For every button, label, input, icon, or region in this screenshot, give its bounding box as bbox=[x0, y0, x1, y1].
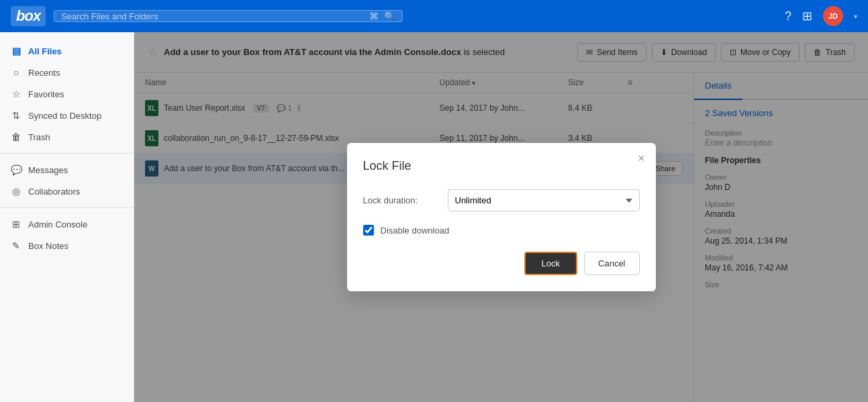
sidebar-item-label: Admin Console bbox=[28, 219, 87, 230]
search-input[interactable] bbox=[61, 11, 364, 21]
duration-select[interactable]: Unlimited1 Day3 Days1 Week bbox=[448, 189, 640, 211]
help-icon[interactable]: ? bbox=[785, 9, 791, 23]
sidebar-item-messages[interactable]: 💬 Messages bbox=[0, 159, 134, 181]
sync-icon: ⇅ bbox=[11, 110, 21, 121]
search-submit-icon[interactable]: 🔍 bbox=[384, 11, 395, 21]
search-icon: ⌘ bbox=[369, 11, 379, 21]
sidebar-item-label: Box Notes bbox=[28, 241, 68, 251]
lock-button[interactable]: Lock bbox=[524, 252, 577, 275]
sidebar-item-synced[interactable]: ⇅ Synced to Desktop bbox=[0, 105, 134, 126]
disable-download-label: Disable download bbox=[381, 225, 450, 236]
disable-download-row: Disable download bbox=[363, 225, 640, 236]
box-logo: box bbox=[11, 6, 46, 26]
sidebar-item-collaborators[interactable]: ◎ Collaborators bbox=[0, 181, 134, 202]
sidebar-item-label: Favorites bbox=[28, 89, 64, 99]
modal-overlay: Lock File × Lock duration: Unlimited1 Da… bbox=[134, 32, 868, 402]
nav-right: ? ⊞ JD ▾ bbox=[785, 6, 857, 26]
boxnotes-icon: ✎ bbox=[11, 240, 21, 251]
modal-close-button[interactable]: × bbox=[638, 152, 645, 164]
sidebar-item-label: Recents bbox=[28, 68, 60, 78]
layout-icon[interactable]: ⊞ bbox=[802, 9, 812, 23]
sidebar-item-label: All Files bbox=[28, 46, 62, 56]
sidebar-item-all-files[interactable]: ▤ All Files bbox=[0, 40, 134, 62]
modal-actions: Lock Cancel bbox=[363, 252, 640, 275]
cancel-button[interactable]: Cancel bbox=[584, 252, 639, 275]
all-files-icon: ▤ bbox=[11, 46, 21, 56]
sidebar-item-label: Messages bbox=[28, 165, 68, 175]
sidebar-divider bbox=[0, 153, 134, 154]
layout: ▤ All Files ○ Recents ☆ Favorites ⇅ Sync… bbox=[0, 32, 868, 402]
sidebar-item-label: Trash bbox=[28, 132, 50, 142]
avatar-caret-icon[interactable]: ▾ bbox=[854, 13, 857, 20]
sidebar-item-admin[interactable]: ⊞ Admin Console bbox=[0, 213, 134, 235]
duration-label: Lock duration: bbox=[363, 195, 437, 205]
trash-icon: 🗑 bbox=[11, 132, 21, 142]
top-nav: box ⌘ 🔍 ? ⊞ JD ▾ bbox=[0, 0, 868, 32]
sidebar: ▤ All Files ○ Recents ☆ Favorites ⇅ Sync… bbox=[0, 32, 134, 402]
main-content: ☆ Add a user to your Box from AT&T accou… bbox=[134, 32, 868, 402]
favorites-icon: ☆ bbox=[11, 89, 21, 99]
lock-file-modal: Lock File × Lock duration: Unlimited1 Da… bbox=[347, 143, 656, 291]
sidebar-item-favorites[interactable]: ☆ Favorites bbox=[0, 83, 134, 105]
sidebar-item-trash[interactable]: 🗑 Trash bbox=[0, 126, 134, 148]
disable-download-checkbox[interactable] bbox=[363, 225, 374, 236]
sidebar-item-label: Collaborators bbox=[28, 187, 80, 197]
sidebar-divider-2 bbox=[0, 207, 134, 208]
sidebar-item-recents[interactable]: ○ Recents bbox=[0, 62, 134, 83]
sidebar-item-label: Synced to Desktop bbox=[28, 111, 101, 121]
recents-icon: ○ bbox=[11, 67, 21, 78]
avatar[interactable]: JD bbox=[823, 6, 843, 26]
messages-icon: 💬 bbox=[11, 164, 21, 175]
search-bar: ⌘ 🔍 bbox=[54, 10, 403, 22]
collaborators-icon: ◎ bbox=[11, 186, 21, 197]
admin-icon: ⊞ bbox=[11, 219, 21, 230]
modal-title: Lock File bbox=[363, 159, 640, 173]
duration-field: Lock duration: Unlimited1 Day3 Days1 Wee… bbox=[363, 189, 640, 211]
sidebar-item-boxnotes[interactable]: ✎ Box Notes bbox=[0, 235, 134, 256]
